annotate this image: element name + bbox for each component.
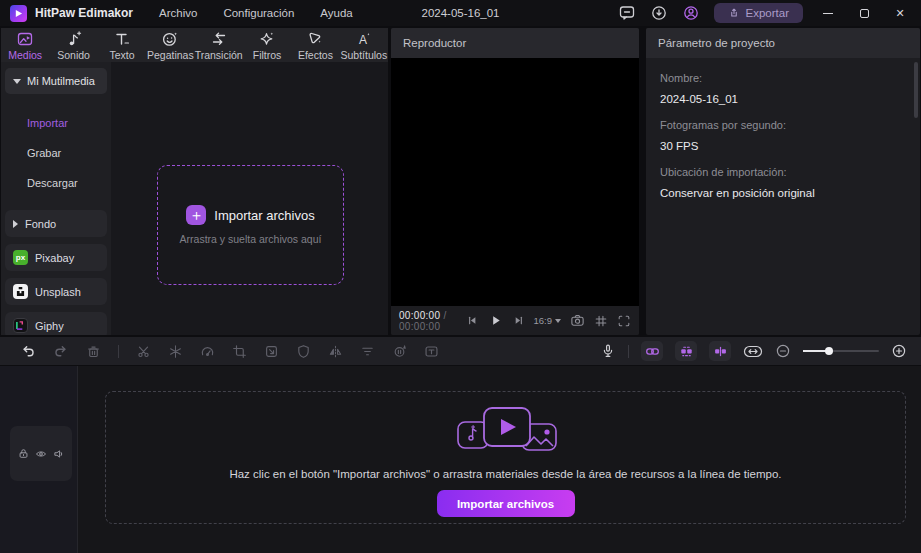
- tab-transicion[interactable]: Transición: [195, 28, 243, 62]
- tab-medios[interactable]: Medios: [1, 28, 49, 62]
- player-title: Reproductor: [403, 37, 466, 49]
- sidebar-item-grabar[interactable]: Grabar: [1, 138, 111, 168]
- delete-trash-icon[interactable]: [86, 344, 101, 359]
- redo-icon[interactable]: [53, 343, 69, 359]
- param-nombre: Nombre: 2024-05-16_01: [646, 72, 920, 105]
- mute-track-speaker-icon[interactable]: [53, 448, 65, 460]
- text-icon: [113, 30, 131, 48]
- sparkle-icon: [258, 30, 276, 48]
- link-clips-icon[interactable]: [641, 341, 663, 361]
- crop-icon[interactable]: [232, 344, 247, 359]
- music-note-icon: [65, 30, 83, 48]
- aspect-ratio-select[interactable]: 16:9: [534, 315, 562, 326]
- zoom-in-icon[interactable]: [891, 343, 907, 359]
- media-library-panel: Medios Sonido Texto Pegatinas Transición: [1, 28, 388, 335]
- chevron-down-icon: [555, 319, 561, 323]
- speech-to-text-icon[interactable]: [424, 344, 439, 359]
- video-preview[interactable]: [391, 58, 639, 306]
- tab-efectos[interactable]: Efectos: [291, 28, 339, 62]
- time-display: 00:00:00 / 00:00:00: [399, 310, 466, 332]
- tab-pegatinas[interactable]: Pegatinas: [146, 28, 194, 62]
- media-icon: [16, 30, 34, 48]
- sidebar-item-importar[interactable]: Importar: [1, 108, 111, 138]
- media-clips-illustration-icon: [450, 402, 562, 458]
- track-controls: [10, 426, 72, 481]
- tab-sonido[interactable]: Sonido: [49, 28, 97, 62]
- import-dropzone[interactable]: ＋ Importar archivos Arrastra y suelta ar…: [157, 165, 344, 285]
- toolbar-divider: [628, 345, 629, 358]
- speed-icon[interactable]: [200, 344, 215, 359]
- tab-subtitulos[interactable]: A Subtítulos: [340, 28, 388, 62]
- menu-ayuda[interactable]: Ayuda: [320, 7, 352, 19]
- undo-icon[interactable]: [20, 343, 36, 359]
- auto-ripple-icon[interactable]: [709, 341, 731, 361]
- media-sidebar: Mi Mutilmedia Importar Grabar Descargar …: [1, 62, 111, 335]
- media-content-area: ＋ Importar archivos Arrastra y suelta ar…: [111, 62, 388, 335]
- timeline-area: Haz clic en el botón "Importar archivos"…: [0, 366, 921, 553]
- player-header: Reproductor: [391, 28, 639, 58]
- timeline-dropzone[interactable]: Haz clic en el botón "Importar archivos"…: [105, 391, 906, 524]
- zoom-slider-handle[interactable]: [825, 347, 833, 355]
- voiceover-mic-icon[interactable]: [600, 343, 616, 359]
- freeze-frame-icon[interactable]: [168, 344, 183, 359]
- total-time: 00:00:00: [399, 321, 440, 332]
- play-icon[interactable]: [488, 313, 503, 328]
- toolbar-divider: [118, 345, 119, 358]
- current-time: 00:00:00: [399, 310, 440, 321]
- unsplash-icon: [13, 284, 28, 299]
- sidebar-item-unsplash[interactable]: Unsplash: [5, 278, 107, 305]
- lock-icon[interactable]: [18, 448, 29, 459]
- split-scissors-icon[interactable]: [136, 344, 151, 359]
- tab-texto[interactable]: Texto: [98, 28, 146, 62]
- next-frame-icon[interactable]: [512, 314, 525, 327]
- transition-arrows-icon: [210, 30, 228, 48]
- mask-icon[interactable]: [296, 344, 311, 359]
- param-fps: Fotogramas por segundo: 30 FPS: [646, 119, 920, 152]
- import-files-button[interactable]: Importar archivos: [437, 490, 575, 517]
- export-label: Exportar: [746, 7, 789, 19]
- scrollbar[interactable]: [914, 62, 918, 118]
- export-button[interactable]: Exportar: [714, 3, 803, 23]
- download-icon[interactable]: [650, 4, 668, 22]
- account-icon[interactable]: [682, 4, 700, 22]
- snapshot-camera-icon[interactable]: [570, 313, 585, 328]
- asset-tab-bar: Medios Sonido Texto Pegatinas Transición: [1, 28, 388, 62]
- sidebar-item-fondo[interactable]: Fondo: [5, 210, 107, 237]
- timeline-hint-text: Haz clic en el botón "Importar archivos"…: [229, 468, 781, 480]
- import-dropzone-subtitle: Arrastra y suelta archivos aquí: [180, 233, 322, 245]
- player-controls: 00:00:00 / 00:00:00 16:9: [391, 306, 639, 335]
- toggle-visibility-eye-icon[interactable]: [35, 448, 47, 460]
- menu-configuracion[interactable]: Configuración: [223, 7, 294, 19]
- safe-area-grid-icon[interactable]: [594, 314, 608, 328]
- rotate-icon[interactable]: [392, 344, 407, 359]
- filter-icon[interactable]: [360, 344, 375, 359]
- chevron-right-icon: [13, 220, 18, 228]
- project-parameters-header: Párametro de proyecto: [646, 28, 920, 58]
- import-dropzone-title: Importar archivos: [214, 208, 314, 223]
- timeline-toolbar: [0, 337, 921, 365]
- title-bar: HitPaw Edimakor Archivo Configuración Ay…: [0, 0, 921, 26]
- giphy-icon: [13, 318, 28, 333]
- chevron-down-icon: [13, 79, 21, 84]
- scale-icon[interactable]: [264, 344, 279, 359]
- app-name: HitPaw Edimakor: [35, 6, 133, 20]
- export-up-icon: [728, 7, 740, 19]
- app-logo-icon: [10, 5, 27, 22]
- sidebar-item-giphy[interactable]: Giphy: [5, 312, 107, 335]
- fullscreen-icon[interactable]: [617, 314, 631, 328]
- sidebar-item-descargar[interactable]: Descargar: [1, 168, 111, 198]
- close-button[interactable]: ✕: [889, 5, 911, 21]
- maximize-button[interactable]: [853, 5, 875, 21]
- magnet-snap-icon[interactable]: [675, 341, 697, 361]
- sidebar-group-multimedia[interactable]: Mi Mutilmedia: [5, 68, 107, 94]
- menu-archivo[interactable]: Archivo: [159, 7, 197, 19]
- zoom-out-icon[interactable]: [775, 343, 791, 359]
- fit-timeline-icon[interactable]: [743, 344, 763, 359]
- mirror-icon[interactable]: [328, 344, 343, 359]
- feedback-icon[interactable]: [618, 4, 636, 22]
- previous-frame-icon[interactable]: [466, 314, 479, 327]
- sidebar-item-pixabay[interactable]: px Pixabay: [5, 244, 107, 271]
- tab-filtros[interactable]: Filtros: [243, 28, 291, 62]
- zoom-slider[interactable]: [803, 350, 879, 352]
- minimize-button[interactable]: [817, 5, 839, 21]
